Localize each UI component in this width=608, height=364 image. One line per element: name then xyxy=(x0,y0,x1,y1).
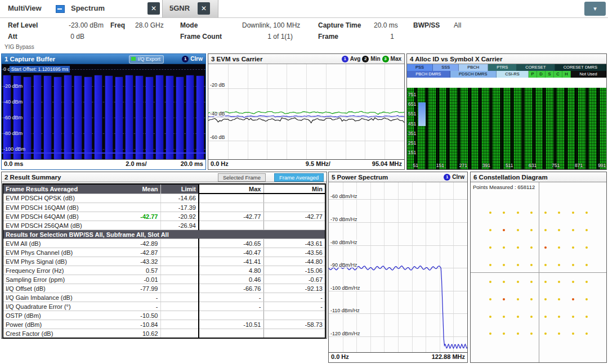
panel-evm-vs-carrier[interactable]: 3 EVM vs Carrier 1Avg2Min3Max -20 dB-40 … xyxy=(208,53,405,170)
constellation-point xyxy=(489,246,491,249)
table-cell: Sampling Error (ppm) xyxy=(3,275,118,284)
table-row: EVM Phys Signal (dB)-43.32-41.41-44.80 xyxy=(3,257,325,266)
x-axis-stop: 95.04 MHz xyxy=(372,160,402,167)
panel-title: 6 Constellation Diagram xyxy=(473,174,548,181)
constellation-point xyxy=(585,316,588,318)
capture-burst xyxy=(196,76,204,160)
table-cell: - xyxy=(199,302,263,311)
power-spectrum-chart[interactable]: -60 dBm/Hz-70 dBm/Hz-80 dBm/Hz-90 dBm/Hz… xyxy=(329,182,467,353)
trace-legend-capture[interactable]: 1 Clrw xyxy=(182,55,203,63)
x-axis-scale: 9.5 MHz/ xyxy=(306,160,330,167)
ref-level-label: Ref Level xyxy=(8,21,38,29)
capture-burst xyxy=(74,76,82,160)
result-table: Frame Results AveragedMeanLimitMaxMinEVM… xyxy=(2,183,326,339)
panel-constellation-header[interactable]: 6 Constellation Diagram xyxy=(471,172,606,182)
alloc-x-tick-label: 51 xyxy=(413,163,418,168)
panel-title: 3 EVM vs Carrier xyxy=(211,56,262,62)
att-label: Att xyxy=(8,33,17,41)
constellation-point xyxy=(558,246,560,249)
close-spectrum-icon[interactable]: ✕ xyxy=(147,2,160,15)
alloc-grid-chart[interactable]: 7516515514513512511515115127139151163175… xyxy=(407,88,606,169)
iq-export-button[interactable]: I/Q Export xyxy=(129,55,164,64)
table-cell: EVM Phys Signal (dB) xyxy=(3,257,118,266)
capture-buffer-chart[interactable]: 0 dBm-20 dBm-40 dBm-60 dBm-80 dBm-100 dB… xyxy=(2,64,205,160)
alloc-x-tick-label: 991 xyxy=(598,163,606,168)
freq-value: 28.0 GHz xyxy=(135,21,164,29)
constellation-point xyxy=(558,229,560,231)
capture-time-label: Capture Time xyxy=(318,21,361,29)
constellation-point xyxy=(572,316,574,318)
tab-5gnr[interactable]: 5GNR ✕ xyxy=(162,0,218,17)
alloc-x-tick-label: 271 xyxy=(459,163,467,168)
column-header: Frame Results Averaged xyxy=(3,184,118,194)
trace-legend-power[interactable]: 1 Clrw xyxy=(444,173,464,181)
evm-trace-legend[interactable]: 1Avg2Min3Max xyxy=(342,55,401,63)
table-row: EVM PDSCH 256QAM (dB)-26.94 xyxy=(3,221,325,230)
table-cell xyxy=(118,221,160,230)
table-cell: -15.06 xyxy=(263,266,325,275)
tab-selected-frame[interactable]: Selected Frame xyxy=(218,173,266,182)
trace-number-badge: 3 xyxy=(382,56,389,62)
table-cell: 10.62 xyxy=(118,329,160,339)
panel-capture-buffer[interactable]: 1 Capture Buffer I/Q Export 1 Clrw 0 dBm… xyxy=(1,53,206,170)
table-cell: -42.77 xyxy=(263,212,325,221)
table-row: I/Q Offset (dB)-77.99-66.76-92.13 xyxy=(3,284,325,293)
constellation-chart[interactable]: Points Measured : 658112 xyxy=(471,182,606,362)
panel-result-summary[interactable]: 2 Result Summary Selected Frame Frame Av… xyxy=(1,172,327,339)
tab-frame-averaged[interactable]: Frame Averaged xyxy=(274,173,324,182)
table-cell xyxy=(160,248,199,257)
evm-vs-carrier-chart[interactable]: -20 dB-40 dB-60 dB xyxy=(208,64,404,160)
constellation-point xyxy=(517,264,519,266)
table-row: Power (dBm)-10.84-10.51-58.73 xyxy=(3,320,325,329)
panel-alloc-header[interactable]: 4 Alloc ID vs Symbol X Carrier xyxy=(407,54,606,64)
close-5gnr-icon[interactable]: ✕ xyxy=(198,2,210,15)
panel-capture-buffer-header[interactable]: 1 Capture Buffer I/Q Export 1 Clrw xyxy=(2,54,205,64)
y-tick-label: -70 dBm/Hz xyxy=(330,217,357,222)
constellation-point xyxy=(530,316,533,318)
constellation-x-axis xyxy=(471,272,606,273)
grid-line xyxy=(2,102,205,102)
y-tick-label: -110 dBm/Hz xyxy=(330,308,360,313)
constellation-point xyxy=(503,316,505,318)
capture-burst xyxy=(186,75,194,160)
trace-mode-label: Avg xyxy=(350,54,361,64)
table-cell: EVM Phys Channel (dB) xyxy=(3,248,118,257)
constellation-point xyxy=(503,264,505,266)
panel-alloc-id[interactable]: 4 Alloc ID vs Symbol X Carrier PSSSSSPBC… xyxy=(406,53,607,170)
capture-burst xyxy=(84,77,92,160)
y-tick-label: -60 dB xyxy=(210,134,225,140)
constellation-point xyxy=(544,246,547,249)
table-cell xyxy=(160,320,199,329)
constellation-point xyxy=(517,246,519,249)
capture-burst xyxy=(136,76,143,160)
constellation-point xyxy=(544,229,547,231)
alloc-y-tick-label: 151 xyxy=(408,150,416,155)
table-row: EVM PDSCH 64QAM (dB)-42.77-20.92-42.77-4… xyxy=(3,212,325,221)
table-cell: -66.76 xyxy=(199,284,263,293)
table-cell: - xyxy=(118,302,160,311)
constellation-point xyxy=(503,229,505,231)
result-summary-table: Frame Results AveragedMeanLimitMaxMinEVM… xyxy=(2,183,326,339)
column-header: Mean xyxy=(118,184,160,194)
table-row: EVM All (dB)-42.89-40.65-43.61 xyxy=(3,239,325,248)
toolbar-dropdown-button[interactable]: ▾ xyxy=(584,2,606,16)
panel-result-header[interactable]: 2 Result Summary Selected Frame Frame Av… xyxy=(2,172,327,182)
panel-power-header[interactable]: 5 Power Spectrum 1 Clrw xyxy=(329,172,467,182)
att-value: 0 dB xyxy=(47,33,84,41)
panel-constellation[interactable]: 6 Constellation Diagram Points Measured … xyxy=(470,172,607,363)
panel-evm-header[interactable]: 3 EVM vs Carrier 1Avg2Min3Max xyxy=(208,54,404,64)
table-cell: -10.50 xyxy=(118,311,160,320)
capture-burst xyxy=(95,75,102,160)
y-tick-label: -40 dBm xyxy=(3,99,23,105)
capture-burst xyxy=(126,75,133,160)
spectrum-channel-icon xyxy=(56,5,65,13)
grid-line xyxy=(2,149,205,150)
table-cell: Power (dBm) xyxy=(3,320,118,329)
constellation-point xyxy=(530,246,533,249)
panel-power-spectrum[interactable]: 5 Power Spectrum 1 Clrw -60 dBm/Hz-70 dB… xyxy=(328,172,468,363)
column-header: Max xyxy=(199,184,263,194)
table-cell xyxy=(118,203,160,212)
points-measured-label: Points Measured : 658112 xyxy=(473,184,535,190)
tab-multiview[interactable]: MultiView xyxy=(8,4,42,12)
tab-spectrum[interactable]: Spectrum xyxy=(71,4,105,12)
